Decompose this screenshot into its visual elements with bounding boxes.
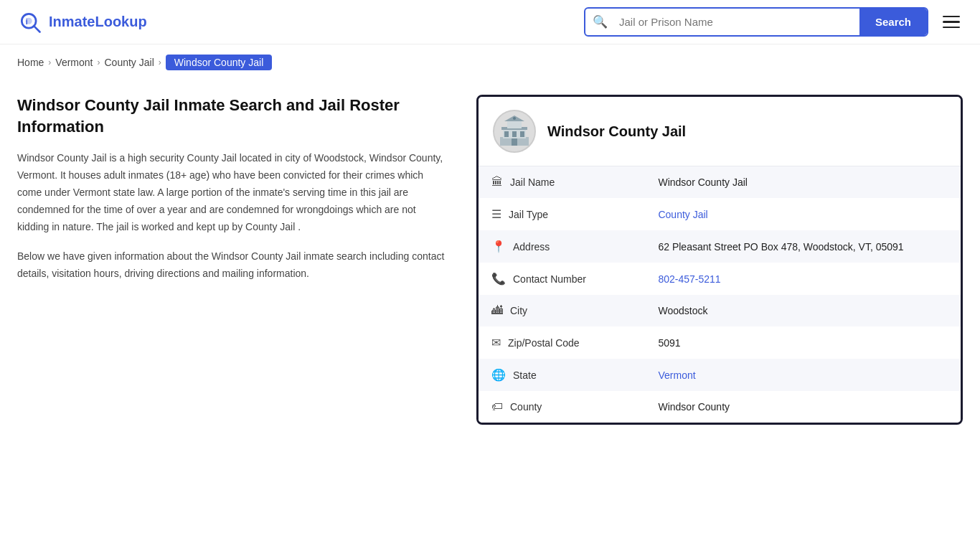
row-value: 5091 — [645, 326, 961, 359]
site-header: i InmateLookup 🔍 Search — [0, 0, 980, 44]
search-icon: 🔍 — [585, 14, 615, 29]
info-card: Windsor County Jail 🏛Jail NameWindsor Co… — [476, 95, 963, 425]
table-row: 🏛Jail NameWindsor County Jail — [479, 166, 961, 198]
card-title: Windsor County Jail — [547, 123, 686, 140]
hamburger-line-1 — [943, 16, 960, 18]
table-row: 🏙CityWoodstock — [479, 295, 961, 326]
header-right: 🔍 Search — [584, 7, 963, 37]
jail-avatar-image — [497, 114, 532, 149]
menu-button[interactable] — [940, 13, 963, 32]
svg-line-1 — [34, 26, 39, 32]
row-value[interactable]: Vermont — [645, 359, 961, 391]
hamburger-line-3 — [943, 27, 960, 29]
table-row: 📞Contact Number802-457-5211 — [479, 263, 961, 295]
left-column: Windsor County Jail Inmate Search and Ja… — [17, 95, 476, 425]
row-value: Woodstock — [645, 295, 961, 326]
svg-rect-11 — [520, 131, 524, 137]
row-icon: 🏛 — [491, 176, 503, 189]
row-label: 🏷County — [479, 391, 622, 423]
svg-text:i: i — [26, 17, 28, 25]
row-link[interactable]: County Jail — [658, 209, 707, 220]
row-label: 📍Address — [479, 230, 622, 263]
row-label: 🌐State — [479, 359, 622, 391]
svg-rect-10 — [512, 131, 517, 137]
svg-rect-12 — [512, 138, 517, 146]
breadcrumb-chevron-1: › — [48, 57, 51, 67]
page-title: Windsor County Jail Inmate Search and Ja… — [17, 95, 448, 137]
logo-link[interactable]: i InmateLookup — [17, 9, 147, 35]
table-row: 🌐StateVermont — [479, 359, 961, 391]
breadcrumb-active: Windsor County Jail — [166, 55, 273, 70]
breadcrumb-state[interactable]: Vermont — [55, 57, 93, 68]
table-row: 📍Address62 Pleasant Street PO Box 478, W… — [479, 230, 961, 263]
svg-rect-9 — [504, 131, 509, 137]
row-link[interactable]: 802-457-5211 — [658, 273, 720, 285]
row-icon: ✉ — [491, 336, 501, 349]
breadcrumb-chevron-3: › — [159, 57, 161, 67]
row-label: 📞Contact Number — [479, 263, 622, 295]
row-value: Windsor County — [645, 391, 961, 423]
hamburger-line-2 — [943, 21, 960, 23]
row-icon: 🌐 — [491, 368, 506, 382]
table-row: ☰Jail TypeCounty Jail — [479, 198, 961, 230]
search-bar: 🔍 Search — [584, 7, 928, 37]
search-input[interactable] — [615, 9, 859, 35]
table-row: 🏷CountyWindsor County — [479, 391, 961, 423]
row-icon: 📞 — [491, 272, 506, 286]
logo-icon: i — [17, 9, 43, 35]
row-value[interactable]: 802-457-5211 — [645, 263, 961, 295]
page-desc-2: Below we have given information about th… — [17, 248, 448, 283]
main-content: Windsor County Jail Inmate Search and Ja… — [0, 80, 980, 439]
page-desc-1: Windsor County Jail is a high security C… — [17, 150, 448, 235]
card-header: Windsor County Jail — [479, 97, 961, 166]
breadcrumb-category[interactable]: County Jail — [105, 57, 154, 68]
row-label: 🏙City — [479, 295, 622, 326]
row-label: 🏛Jail Name — [479, 166, 622, 198]
row-value[interactable]: County Jail — [645, 198, 961, 230]
row-label: ✉Zip/Postal Code — [479, 326, 622, 359]
svg-point-13 — [513, 117, 516, 120]
right-column: Windsor County Jail 🏛Jail NameWindsor Co… — [476, 95, 963, 425]
info-table: 🏛Jail NameWindsor County Jail☰Jail TypeC… — [479, 166, 961, 423]
jail-avatar — [493, 110, 536, 153]
search-button[interactable]: Search — [859, 9, 927, 35]
breadcrumb: Home › Vermont › County Jail › Windsor C… — [0, 44, 980, 80]
row-icon: 📍 — [491, 240, 506, 253]
row-value: 62 Pleasant Street PO Box 478, Woodstock… — [645, 230, 961, 263]
breadcrumb-home[interactable]: Home — [17, 57, 44, 68]
logo-text: InmateLookup — [49, 14, 147, 30]
row-icon: ☰ — [491, 207, 501, 221]
row-icon: 🏙 — [491, 304, 503, 317]
row-link[interactable]: Vermont — [658, 369, 695, 381]
row-value: Windsor County Jail — [645, 166, 961, 198]
table-row: ✉Zip/Postal Code5091 — [479, 326, 961, 359]
row-label: ☰Jail Type — [479, 198, 622, 230]
row-icon: 🏷 — [491, 400, 503, 413]
breadcrumb-chevron-2: › — [98, 57, 100, 67]
